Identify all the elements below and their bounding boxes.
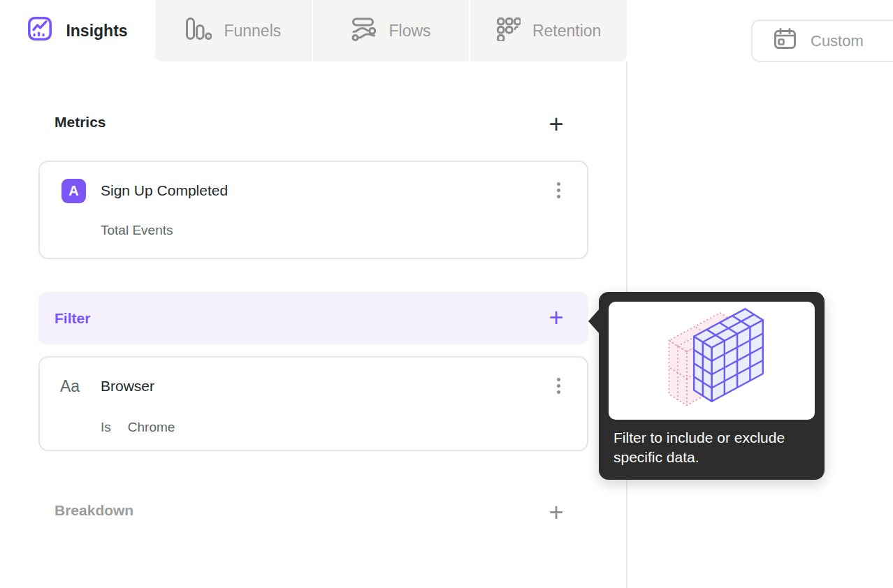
tab-funnels-label: Funnels — [224, 22, 281, 41]
date-range-custom-button[interactable]: Custom — [751, 20, 893, 62]
tooltip-arrow — [588, 309, 600, 334]
retention-grid-icon — [496, 17, 521, 45]
kebab-menu-icon[interactable] — [551, 179, 566, 202]
metrics-heading: Metrics — [55, 114, 106, 131]
filter-section-row: Filter + — [38, 292, 588, 344]
filter-operator[interactable]: Is — [101, 420, 111, 434]
calendar-icon — [773, 27, 797, 55]
tab-funnels[interactable]: Funnels — [155, 0, 312, 61]
filter-heading: Filter — [55, 310, 90, 327]
tab-retention-label: Retention — [532, 22, 601, 41]
filter-property-name: Browser — [101, 378, 154, 395]
flows-icon — [351, 17, 377, 45]
filter-tooltip: Filter to include or exclude specific da… — [599, 292, 825, 480]
metric-badge: A — [61, 179, 86, 203]
filter-card[interactable]: Aa Browser IsChrome — [38, 356, 588, 451]
metric-event-name: Sign Up Completed — [101, 182, 228, 199]
filter-value[interactable]: Chrome — [128, 420, 175, 434]
metric-card[interactable]: A Sign Up Completed Total Events — [38, 161, 588, 259]
tab-insights[interactable]: Insights — [0, 0, 155, 61]
inactive-tabs-group: Funnels Flows — [155, 0, 627, 61]
funnel-bars-icon — [185, 17, 212, 45]
tab-flows[interactable]: Flows — [312, 0, 470, 61]
tooltip-text: Filter to include or exclude specific da… — [614, 428, 792, 467]
filter-cube-illustration — [609, 302, 815, 420]
add-filter-button[interactable]: + — [542, 304, 570, 332]
filter-condition: IsChrome — [101, 420, 175, 435]
breakdown-heading: Breakdown — [55, 502, 133, 519]
kebab-menu-icon[interactable] — [551, 374, 566, 397]
date-range-label: Custom — [811, 32, 864, 50]
line-chart-icon — [27, 16, 52, 45]
tab-insights-label: Insights — [66, 22, 127, 41]
tab-flows-label: Flows — [389, 22, 430, 41]
metric-aggregation[interactable]: Total Events — [101, 223, 173, 238]
tab-retention[interactable]: Retention — [469, 0, 627, 61]
add-breakdown-button[interactable]: + — [542, 499, 570, 527]
report-type-tabbar: Insights Funnels — [0, 0, 627, 61]
string-property-type-icon: Aa — [60, 377, 80, 396]
add-metric-button[interactable]: + — [542, 110, 570, 138]
